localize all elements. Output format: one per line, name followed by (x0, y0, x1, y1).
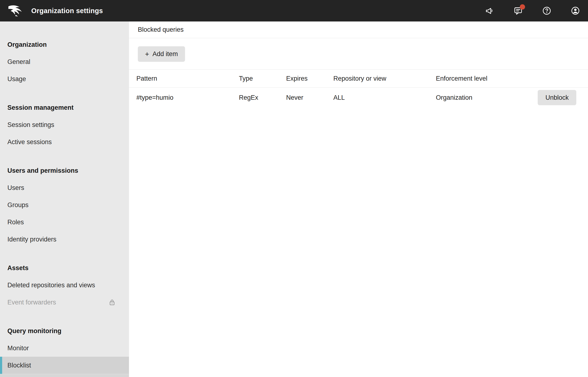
sidebar-item-label: Usage (7, 75, 26, 83)
col-header-enforcement: Enforcement level (436, 75, 524, 82)
sidebar-item-label: Blocklist (7, 362, 31, 369)
sidebar-section-users-permissions: Users and permissions Users Groups Roles… (0, 162, 129, 248)
sidebar-item-deleted-repositories[interactable]: Deleted repositories and views (0, 277, 129, 294)
sidebar-item-general[interactable]: General (0, 53, 129, 71)
sidebar-item-event-forwarders[interactable]: Event forwarders (0, 294, 129, 311)
col-header-pattern: Pattern (136, 75, 239, 82)
crowdstrike-logo (8, 5, 24, 17)
sidebar-section-organization: Organization General Usage (0, 36, 129, 88)
sidebar-section-session-management: Session management Session settings Acti… (0, 99, 129, 151)
sidebar-item-session-settings[interactable]: Session settings (0, 116, 129, 133)
sidebar-item-blocklist[interactable]: Blocklist (0, 357, 129, 374)
sidebar-item-label: Active sessions (7, 138, 52, 146)
topbar: Organization settings (0, 0, 588, 22)
help-icon[interactable] (542, 6, 552, 15)
sidebar-heading-session-management: Session management (0, 99, 129, 116)
sidebar-heading-organization: Organization (0, 36, 129, 53)
feedback-icon[interactable] (513, 6, 523, 15)
sidebar-item-roles[interactable]: Roles (0, 213, 129, 231)
add-item-button[interactable]: + Add item (138, 46, 185, 62)
table-header-row: Pattern Type Expires Repository or view … (129, 70, 588, 88)
sidebar-item-groups[interactable]: Groups (0, 196, 129, 213)
unblock-button[interactable]: Unblock (538, 90, 576, 105)
page-title: Organization settings (31, 7, 103, 15)
notification-dot (520, 4, 525, 10)
sidebar-item-label: Roles (7, 219, 24, 226)
announcement-icon[interactable] (485, 6, 494, 15)
sidebar-item-label: Monitor (7, 344, 29, 352)
sidebar-item-active-sessions[interactable]: Active sessions (0, 133, 129, 151)
cell-enforcement: Organization (436, 94, 524, 101)
sidebar-scroll-edge (0, 374, 129, 377)
blocked-queries-table: Pattern Type Expires Repository or view … (129, 70, 588, 108)
table-row: #type=humio RegEx Never ALL Organization… (129, 88, 588, 108)
sidebar-item-label: General (7, 58, 30, 66)
sidebar-item-monitor[interactable]: Monitor (0, 340, 129, 357)
toolbar: + Add item (129, 38, 588, 62)
sidebar-item-label: Session settings (7, 121, 54, 129)
sidebar-item-label: Identity providers (7, 236, 57, 243)
cell-repository: ALL (333, 94, 436, 101)
sidebar-item-label: Event forwarders (7, 299, 56, 306)
account-icon[interactable] (571, 6, 580, 15)
sidebar-item-label: Deleted repositories and views (7, 282, 95, 289)
settings-sidebar: Organization General Usage Session manag… (0, 22, 129, 377)
col-header-type: Type (239, 75, 286, 82)
sidebar-item-label: Users (7, 184, 24, 192)
sidebar-heading-assets: Assets (0, 259, 129, 277)
sidebar-item-label: Groups (7, 201, 29, 209)
add-item-label: Add item (153, 50, 178, 58)
sidebar-section-assets: Assets Deleted repositories and views Ev… (0, 259, 129, 311)
lock-icon (108, 298, 116, 306)
cell-pattern: #type=humio (136, 94, 239, 101)
cell-type: RegEx (239, 94, 286, 101)
col-header-repository: Repository or view (333, 75, 436, 82)
sidebar-item-users[interactable]: Users (0, 179, 129, 196)
sidebar-heading-users-permissions: Users and permissions (0, 162, 129, 179)
cell-expires: Never (286, 94, 333, 101)
sidebar-item-identity-providers[interactable]: Identity providers (0, 231, 129, 248)
main-content: Blocked queries + Add item Pattern Type … (129, 22, 588, 377)
col-header-expires: Expires (286, 75, 333, 82)
topbar-icons (485, 6, 580, 15)
section-title: Blocked queries (138, 26, 184, 33)
sidebar-item-usage[interactable]: Usage (0, 71, 129, 88)
sidebar-heading-query-monitoring: Query monitoring (0, 322, 129, 340)
sidebar-section-query-monitoring: Query monitoring Monitor Blocklist (0, 322, 129, 374)
plus-icon: + (145, 51, 149, 58)
main-header: Blocked queries (129, 22, 588, 38)
